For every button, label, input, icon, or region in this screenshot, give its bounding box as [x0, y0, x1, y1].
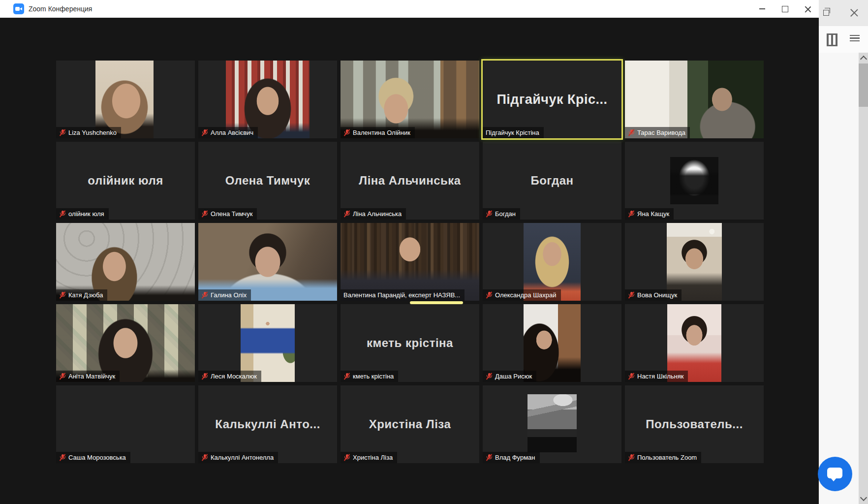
participant-tile[interactable]: Аніта Матвійчук — [56, 304, 195, 382]
muted-mic-icon — [59, 291, 65, 299]
participant-name-label: Галина Оліх — [198, 289, 251, 301]
participant-name-text: Катя Дзюба — [68, 291, 103, 299]
participant-tile[interactable]: Вова Онищук — [625, 223, 764, 301]
participant-name-text: Олена Тимчук — [211, 210, 252, 218]
muted-mic-icon — [486, 291, 492, 299]
participant-name-label: кметь крістіна — [341, 371, 398, 382]
muted-mic-icon — [59, 454, 65, 461]
participant-tile[interactable]: кметь крістіна кметь крістіна — [341, 304, 479, 382]
participant-tile[interactable]: Калькуллі Анто... Калькуллі Антонелла — [198, 385, 337, 463]
participant-name-text: Галина Оліх — [211, 291, 247, 299]
participant-name-label: Олена Тимчук — [198, 208, 257, 220]
chat-fab-button[interactable] — [818, 457, 852, 491]
participant-name-text: Тарас Варивода — [637, 129, 685, 136]
muted-mic-icon — [628, 291, 634, 299]
participant-name-text: олійник юля — [68, 210, 104, 218]
participant-tile[interactable]: Олена Тимчук Олена Тимчук — [198, 142, 337, 220]
participant-name-label: Леся Москалюк — [198, 371, 261, 382]
participant-tile[interactable]: Ліна Альчинська Ліна Альчинська — [341, 142, 479, 220]
participant-name-text: Саша Морозовська — [68, 454, 126, 461]
background-window — [819, 0, 868, 504]
close-icon — [805, 6, 811, 12]
scroll-down-icon[interactable] — [860, 494, 867, 501]
participant-tile[interactable]: Підгайчук Кріс... Підгайчук Крістіна — [483, 61, 621, 138]
participant-tile[interactable]: Христіна Ліза Христіна Ліза — [341, 385, 479, 463]
restore-window-icon[interactable] — [823, 10, 829, 16]
participant-name-label: Настя Шкільняк — [625, 371, 688, 382]
participant-tile[interactable]: Яна Кащук — [625, 142, 764, 220]
participant-tile[interactable]: Галина Оліх — [198, 223, 337, 301]
participant-tile[interactable]: Катя Дзюба — [56, 223, 195, 301]
participant-name-text: Ліна Альчинська — [353, 210, 402, 218]
background-window-toolbar — [819, 26, 868, 53]
participant-name-label: Богдан — [483, 208, 520, 220]
zoom-camera-icon — [13, 3, 24, 14]
minimize-button[interactable] — [751, 0, 774, 18]
muted-mic-icon — [486, 454, 492, 461]
participant-name-label: Христіна Ліза — [341, 452, 397, 463]
participant-name-text: Валентина Олійник — [353, 129, 410, 136]
participant-name-label: Алла Авсієвич — [198, 127, 258, 138]
desktop-screen: Zoom Конференция Liza Yushchenko Алла Ав… — [0, 0, 868, 504]
menu-icon[interactable] — [850, 35, 860, 42]
muted-mic-icon — [59, 210, 65, 218]
muted-mic-icon — [59, 373, 65, 380]
participant-name-label: Валентина Олійник — [341, 127, 415, 138]
participant-name-label: Яна Кащук — [625, 208, 674, 220]
participant-name-text: Алла Авсієвич — [211, 129, 253, 136]
close-window-icon[interactable] — [850, 9, 858, 17]
participant-name-label: Саша Морозовська — [56, 452, 130, 463]
participant-tile[interactable]: Настя Шкільняк — [625, 304, 764, 382]
active-audio-bar — [410, 301, 463, 304]
participant-name-label: Катя Дзюба — [56, 289, 107, 301]
participant-tile[interactable]: Леся Москалюк — [198, 304, 337, 382]
scroll-up-icon[interactable] — [860, 56, 867, 63]
participant-tile[interactable]: олійник юля олійник юля — [56, 142, 195, 220]
participant-name-label: Олександра Шахрай — [483, 289, 561, 301]
participant-name-text: Вова Онищук — [637, 291, 677, 299]
participant-name-label: Liza Yushchenko — [56, 127, 121, 138]
participant-name-text: кметь крістіна — [353, 373, 394, 380]
participant-name-label: Даша Рисюк — [483, 371, 536, 382]
participant-tile[interactable]: Влад Фурман — [483, 385, 621, 463]
participant-video — [527, 394, 577, 452]
maximize-button[interactable] — [774, 0, 796, 18]
close-button[interactable] — [796, 0, 819, 18]
muted-mic-icon — [628, 454, 634, 461]
participant-name-text: Влад Фурман — [495, 454, 535, 461]
participant-tile[interactable]: Саша Морозовська — [56, 385, 195, 463]
muted-mic-icon — [343, 454, 350, 461]
participant-name-label: Пользователь Zoom — [625, 452, 701, 463]
window-controls — [751, 0, 819, 18]
scrollbar[interactable] — [859, 53, 868, 504]
muted-mic-icon — [343, 210, 350, 218]
participant-tile[interactable]: Валентина Олійник — [341, 61, 479, 138]
participant-tile[interactable]: Алла Авсієвич — [198, 61, 337, 138]
muted-mic-icon — [628, 129, 634, 136]
participant-tile[interactable]: Тарас Варивода — [625, 61, 764, 138]
participant-name-text: Калькуллі Антонелла — [211, 454, 274, 461]
participant-tile[interactable]: Даша Рисюк — [483, 304, 621, 382]
participant-name-text: Підгайчук Крістіна — [486, 129, 539, 136]
filmstrip-icon[interactable] — [827, 33, 837, 46]
muted-mic-icon — [486, 210, 492, 218]
scrollbar-thumb[interactable] — [859, 63, 868, 107]
participant-name-text: Настя Шкільняк — [637, 373, 683, 380]
participant-tile[interactable]: Валентина Парандій, експерт НАЗЯВ... — [341, 223, 479, 301]
participant-name-label: Аніта Матвійчук — [56, 371, 120, 382]
participant-name-text: Пользователь Zoom — [637, 454, 697, 461]
participant-name-label: Вова Онищук — [625, 289, 682, 301]
muted-mic-icon — [201, 210, 208, 218]
participant-name-text: Христіна Ліза — [353, 454, 393, 461]
participant-tile[interactable]: Liza Yushchenko — [56, 61, 195, 138]
participant-name-label: Влад Фурман — [483, 452, 540, 463]
participant-tile[interactable]: Олександра Шахрай — [483, 223, 621, 301]
muted-mic-icon — [486, 373, 492, 380]
participant-tile[interactable]: Пользователь... Пользователь Zoom — [625, 385, 764, 463]
participant-name-label: Ліна Альчинська — [341, 208, 406, 220]
participant-tile[interactable]: Богдан Богдан — [483, 142, 621, 220]
muted-mic-icon — [343, 129, 350, 136]
muted-mic-icon — [201, 291, 208, 299]
participant-name-text: Олександра Шахрай — [495, 291, 557, 299]
muted-mic-icon — [628, 210, 634, 218]
